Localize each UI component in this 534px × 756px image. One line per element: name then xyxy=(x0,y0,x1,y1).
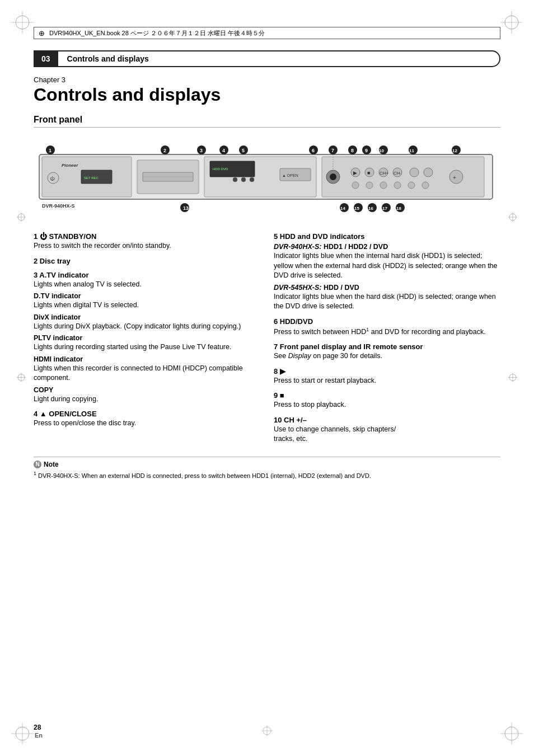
item-3-sub3-body: Lights during recording started using th… xyxy=(34,342,260,353)
item-6-title: HDD/DVD xyxy=(280,317,313,326)
desc-col-right: 5 HDD and DVD indicators DVR-940HX-S: HD… xyxy=(274,232,500,450)
reg-mark-tr xyxy=(500,11,523,34)
svg-text:6: 6 xyxy=(312,148,315,153)
item-5-sub2-body: Indicator lights blue when the hard disk… xyxy=(274,292,500,312)
desc-item-3: 3 A.TV indicator Lights when analog TV i… xyxy=(34,271,260,405)
desc-item-10: 10 CH +/– Use to change channels, skip c… xyxy=(274,416,500,444)
chapter-header: 03 Controls and displays xyxy=(34,50,500,67)
desc-item-9: 9 ■ Press to stop playback. xyxy=(274,391,500,410)
reg-mark-tl xyxy=(11,11,34,34)
svg-text:DVR-940HX-S: DVR-940HX-S xyxy=(42,203,75,209)
left-side-mark2 xyxy=(17,213,26,223)
page: ⊕ DVR940HX_UK_EN.book 28 ページ ２０６年７月１２日 水… xyxy=(0,0,534,756)
item-4-body: Press to open/close the disc tray. xyxy=(34,419,260,429)
item-5-sub1-italic: DVR-940HX-S: HDD1 / HDD2 / DVD xyxy=(274,243,500,251)
svg-point-53 xyxy=(410,168,419,177)
svg-text:4: 4 xyxy=(222,148,225,153)
svg-text:7: 7 xyxy=(331,148,334,153)
desc-item-5: 5 HDD and DVD indicators DVR-940HX-S: HD… xyxy=(274,232,500,312)
note-text: 1 DVR-940HX-S: When an external HDD is c… xyxy=(34,470,500,480)
item-9-body: Press to stop playback. xyxy=(274,400,500,410)
svg-point-59 xyxy=(380,182,387,189)
desc-col-left: 1 ⏻ STANDBY/ON Press to switch the recor… xyxy=(34,232,260,450)
svg-text:SET REC: SET REC xyxy=(84,176,99,180)
item-3-sub1-body: Lights when digital TV is selected. xyxy=(34,300,260,311)
svg-text:16: 16 xyxy=(368,206,373,211)
svg-text:2: 2 xyxy=(163,148,166,153)
item-3-sub2-body: Lights during DivX playback. (Copy indic… xyxy=(34,322,260,332)
item-6-body: Press to switch between HDD1 and DVD for… xyxy=(274,326,500,337)
svg-point-62 xyxy=(422,182,429,189)
item-4-title: OPEN/CLOSE xyxy=(49,410,96,418)
item-5-sub2-italic: DVR-545HX-S: HDD / DVD xyxy=(274,284,500,292)
svg-text:3: 3 xyxy=(200,148,203,153)
svg-text:10: 10 xyxy=(379,148,384,153)
file-info-text: DVR940HX_UK_EN.book 28 ページ ２０６年７月１２日 水曜日… xyxy=(49,29,265,37)
svg-text:+: + xyxy=(453,175,456,181)
bottom-center-mark xyxy=(261,725,273,736)
right-side-mark xyxy=(508,373,517,383)
item-3-sub2-title: DivX indicator xyxy=(34,313,260,321)
item-8-body: Press to start or restart playback. xyxy=(274,376,500,386)
desc-columns: 1 ⏻ STANDBY/ON Press to switch the recor… xyxy=(34,232,500,450)
item-3-sub5-body: Light during copying. xyxy=(34,395,260,405)
item-4-num: 4 ▲ xyxy=(34,410,49,418)
crosshair-icon: ⊕ xyxy=(39,29,45,37)
item-10-num: 10 xyxy=(274,416,284,424)
note-label: N Note xyxy=(34,461,500,468)
section-front-panel-title: Front panel xyxy=(34,115,500,128)
svg-text:▶: ▶ xyxy=(353,170,357,176)
main-content: Chapter 3 Controls and displays Front pa… xyxy=(34,76,500,722)
chapter-number: 03 xyxy=(41,54,50,63)
svg-point-55 xyxy=(449,170,463,184)
svg-text:17: 17 xyxy=(382,206,387,211)
svg-text:8: 8 xyxy=(351,148,354,153)
right-side-mark2 xyxy=(508,213,517,223)
svg-text:11: 11 xyxy=(409,148,414,153)
svg-point-60 xyxy=(394,182,401,189)
item-8-num: 8 ▶ xyxy=(274,367,285,375)
item-5-title: HDD and DVD indicators xyxy=(280,232,365,241)
svg-text:13: 13 xyxy=(183,205,189,211)
chapter-num-box: 03 xyxy=(34,50,58,67)
item-5-sub1-body: Indicator lights blue when the internal … xyxy=(274,251,500,281)
item-2-num: 2 xyxy=(34,257,40,265)
svg-text:15: 15 xyxy=(354,206,359,211)
svg-text:14: 14 xyxy=(340,206,345,211)
svg-text:CH-: CH- xyxy=(394,171,402,176)
item-1-body: Press to switch the recorder on/into sta… xyxy=(34,241,260,251)
svg-text:■: ■ xyxy=(367,170,370,176)
desc-item-7: 7 Front panel display and IR remote sens… xyxy=(274,342,500,361)
note-icon: N xyxy=(34,461,41,468)
item-5-num: 5 xyxy=(274,232,280,241)
item-3-title: A.TV indicator xyxy=(39,271,88,279)
svg-text:9: 9 xyxy=(365,148,368,153)
page-chapter-label: Chapter 3 xyxy=(34,76,500,84)
item-9-num: 9 ■ xyxy=(274,391,284,400)
reg-mark-br xyxy=(500,722,523,745)
item-3-sub4-title: HDMI indicator xyxy=(34,355,260,363)
note-section: N Note 1 DVR-940HX-S: When an external H… xyxy=(34,457,500,480)
item-10-title: CH +/– xyxy=(284,416,307,424)
item-3-sub1-title: D.TV indicator xyxy=(34,292,260,300)
desc-item-1: 1 ⏻ STANDBY/ON Press to switch the recor… xyxy=(34,232,260,251)
desc-item-2: 2 Disc tray xyxy=(34,257,260,265)
svg-text:CH+: CH+ xyxy=(380,171,389,176)
page-number: 28 En xyxy=(34,724,43,739)
file-info-bar: ⊕ DVR940HX_UK_EN.book 28 ページ ２０６年７月１２日 水… xyxy=(34,27,500,39)
reg-mark-bl xyxy=(11,722,34,745)
item-1-num: 1 ⏻ xyxy=(34,232,49,241)
item-6-num: 6 xyxy=(274,317,280,326)
desc-item-8: 8 ▶ Press to start or restart playback. xyxy=(274,367,500,386)
svg-text:18: 18 xyxy=(396,206,401,211)
svg-point-37 xyxy=(233,177,237,182)
svg-text:Pioneer: Pioneer xyxy=(62,163,78,168)
desc-item-6: 6 HDD/DVD Press to switch between HDD1 a… xyxy=(274,317,500,337)
item-1-title: STANDBY/ON xyxy=(49,232,96,241)
item-2-title: Disc tray xyxy=(40,257,71,265)
svg-text:HDD  DVD: HDD DVD xyxy=(213,167,228,171)
svg-point-54 xyxy=(424,168,433,177)
item-3-num: 3 xyxy=(34,271,39,279)
svg-text:5: 5 xyxy=(242,148,245,153)
chapter-title-pill: Controls and displays xyxy=(58,50,500,67)
